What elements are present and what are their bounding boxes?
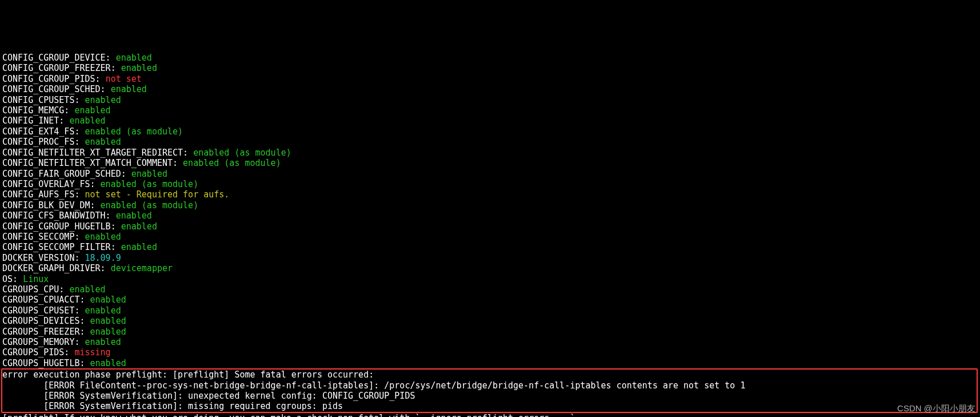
config-key: CONFIG_CGROUP_PIDS: <box>2 74 106 84</box>
config-line: CONFIG_EXT4_FS: enabled (as module) <box>2 126 978 137</box>
config-key: CONFIG_AUFS_FS: <box>2 189 85 200</box>
config-value: enabled <box>85 337 121 347</box>
config-line: CONFIG_AUFS_FS: not set - Required for a… <box>2 189 978 200</box>
config-value: 18.09.9 <box>85 253 121 263</box>
config-line: CONFIG_NETFILTER_XT_TARGET_REDIRECT: ena… <box>2 148 978 158</box>
config-line: CGROUPS_CPU: enabled <box>2 284 978 295</box>
config-line: CGROUPS_MEMORY: enabled <box>2 337 978 347</box>
config-value: enabled <box>116 211 152 221</box>
terminal-output: CONFIG_CGROUP_DEVICE: enabledCONFIG_CGRO… <box>0 53 980 417</box>
config-line: CONFIG_PROC_FS: enabled <box>2 137 978 147</box>
config-value: enabled <box>69 284 105 295</box>
config-value: enabled <box>121 63 157 73</box>
config-key: CONFIG_PROC_FS: <box>2 137 85 147</box>
config-value: enabled <box>85 305 121 316</box>
config-value: enabled <box>85 95 121 105</box>
config-line: CONFIG_CPUSETS: enabled <box>2 95 978 105</box>
config-key: DOCKER_VERSION: <box>2 253 85 263</box>
config-line: CONFIG_SECCOMP_FILTER: enabled <box>2 242 978 252</box>
config-key: CONFIG_OVERLAY_FS: <box>2 179 101 189</box>
config-key: CONFIG_CGROUP_SCHED: <box>2 84 111 94</box>
config-line: CGROUPS_HUGETLB: enabled <box>2 358 978 368</box>
config-value: not set <box>106 74 142 84</box>
config-key: CONFIG_CGROUP_DEVICE: <box>2 53 116 63</box>
config-key: CGROUPS_CPUACCT: <box>2 295 90 305</box>
config-line: CONFIG_NETFILTER_XT_MATCH_COMMENT: enabl… <box>2 158 978 168</box>
config-key: CONFIG_MEMCG: <box>2 105 74 116</box>
config-value: enabled (as module) <box>193 148 291 158</box>
config-value: enabled (as module) <box>85 126 183 137</box>
config-line: DOCKER_GRAPH_DRIVER: devicemapper <box>2 263 978 273</box>
config-key: DOCKER_GRAPH_DRIVER: <box>2 263 111 273</box>
config-line: CONFIG_OVERLAY_FS: enabled (as module) <box>2 179 978 189</box>
config-value: enabled <box>90 327 126 337</box>
config-value: missing <box>74 347 110 358</box>
config-line: OS: Linux <box>2 274 978 284</box>
config-value: enabled <box>111 84 147 94</box>
config-value: enabled <box>90 295 126 305</box>
config-line: CONFIG_SECCOMP: enabled <box>2 232 978 242</box>
config-value: enabled <box>90 358 126 368</box>
config-key: CONFIG_CGROUP_FREEZER: <box>2 63 121 73</box>
config-line: CGROUPS_FREEZER: enabled <box>2 327 978 337</box>
config-line: DOCKER_VERSION: 18.09.9 <box>2 253 978 263</box>
config-line: CONFIG_MEMCG: enabled <box>2 105 978 116</box>
config-key: CGROUPS_DEVICES: <box>2 316 90 326</box>
config-value: enabled <box>121 221 157 232</box>
config-line: CGROUPS_CPUACCT: enabled <box>2 295 978 305</box>
config-key: CONFIG_CPUSETS: <box>2 95 85 105</box>
config-line: CONFIG_CGROUP_DEVICE: enabled <box>2 53 978 63</box>
error-line: [ERROR SystemVerification]: missing requ… <box>2 401 977 411</box>
error-line: [ERROR FileContent--proc-sys-net-bridge-… <box>2 380 977 391</box>
config-line: CGROUPS_CPUSET: enabled <box>2 305 978 316</box>
config-value: enabled <box>85 232 121 242</box>
config-value: enabled <box>116 53 152 63</box>
config-key: CONFIG_NETFILTER_XT_TARGET_REDIRECT: <box>2 148 193 158</box>
config-key: CGROUPS_CPU: <box>2 284 69 295</box>
config-line: CONFIG_CFS_BANDWIDTH: enabled <box>2 211 978 221</box>
hint-line: [preflight] If you know what you are doi… <box>2 413 978 417</box>
config-value: enabled (as module) <box>183 158 281 168</box>
config-value: Linux <box>23 274 49 284</box>
config-key: CGROUPS_HUGETLB: <box>2 358 90 368</box>
config-line: CGROUPS_PIDS: missing <box>2 347 978 358</box>
config-value: enabled <box>69 116 105 126</box>
config-value: enabled <box>131 169 167 179</box>
config-line: CONFIG_CGROUP_FREEZER: enabled <box>2 63 978 73</box>
config-key: CGROUPS_PIDS: <box>2 347 74 358</box>
config-line: CONFIG_CGROUP_HUGETLB: enabled <box>2 221 978 232</box>
config-key: CONFIG_SECCOMP_FILTER: <box>2 242 121 252</box>
config-key: CGROUPS_FREEZER: <box>2 327 90 337</box>
config-key: CONFIG_BLK_DEV_DM: <box>2 200 101 211</box>
config-line: CONFIG_CGROUP_PIDS: not set <box>2 74 978 84</box>
config-key: OS: <box>2 274 23 284</box>
config-key: CONFIG_INET: <box>2 116 69 126</box>
config-line: CONFIG_CGROUP_SCHED: enabled <box>2 84 978 94</box>
config-key: CONFIG_CGROUP_HUGETLB: <box>2 221 121 232</box>
config-line: CONFIG_BLK_DEV_DM: enabled (as module) <box>2 200 978 211</box>
config-key: CONFIG_FAIR_GROUP_SCHED: <box>2 169 131 179</box>
config-value: enabled <box>90 316 126 326</box>
error-highlight-box: error execution phase preflight: [prefli… <box>1 368 978 413</box>
config-value: enabled (as module) <box>101 179 199 189</box>
config-line: CGROUPS_DEVICES: enabled <box>2 316 978 326</box>
config-value: enabled <box>121 242 157 252</box>
config-line: CONFIG_FAIR_GROUP_SCHED: enabled <box>2 169 978 179</box>
config-key: CONFIG_SECCOMP: <box>2 232 85 242</box>
config-value: enabled <box>85 137 121 147</box>
config-value: not set - Required for aufs. <box>85 189 230 200</box>
config-key: CGROUPS_CPUSET: <box>2 305 85 316</box>
config-value: enabled <box>74 105 110 116</box>
config-key: CONFIG_EXT4_FS: <box>2 126 85 137</box>
config-key: CONFIG_NETFILTER_XT_MATCH_COMMENT: <box>2 158 183 168</box>
config-line: CONFIG_INET: enabled <box>2 116 978 126</box>
config-key: CONFIG_CFS_BANDWIDTH: <box>2 211 116 221</box>
error-line: error execution phase preflight: [prefli… <box>2 370 977 380</box>
error-line: [ERROR SystemVerification]: unexpected k… <box>2 391 977 401</box>
config-value: enabled (as module) <box>101 200 199 211</box>
config-value: devicemapper <box>111 263 173 273</box>
config-key: CGROUPS_MEMORY: <box>2 337 85 347</box>
